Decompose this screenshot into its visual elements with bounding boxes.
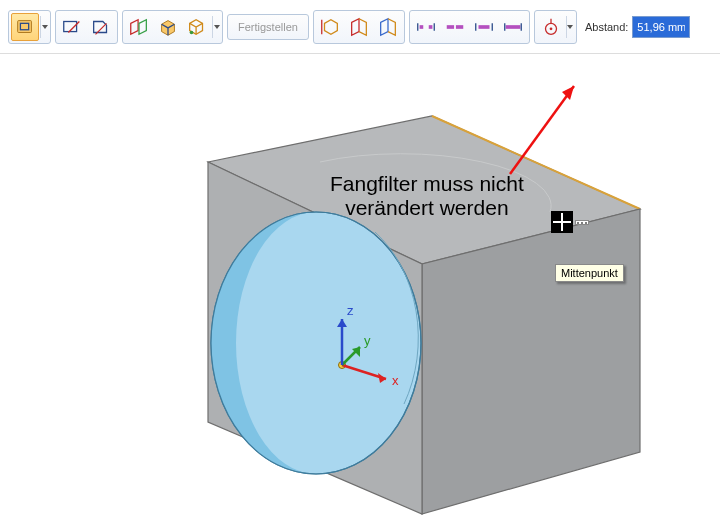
annotation-text: Fangfilter muss nicht verändert werden bbox=[330, 172, 524, 220]
group-active bbox=[8, 10, 51, 44]
svg-rect-5 bbox=[429, 25, 433, 29]
3d-viewport[interactable]: x y z Fangfilter muss nicht verändert we… bbox=[0, 54, 720, 532]
box-button[interactable] bbox=[154, 13, 182, 41]
axis-y-label: y bbox=[364, 333, 371, 348]
svg-point-11 bbox=[550, 27, 553, 30]
toolbar: Fertigstellen Abstand: bbox=[0, 0, 720, 54]
sketch-button[interactable] bbox=[58, 13, 86, 41]
svg-rect-7 bbox=[456, 25, 463, 29]
coincident-plane-flyout[interactable] bbox=[40, 16, 48, 38]
axis-face-button[interactable] bbox=[316, 13, 344, 41]
parallel-plane-button[interactable] bbox=[125, 13, 153, 41]
svg-rect-6 bbox=[447, 25, 454, 29]
plane-back-button[interactable] bbox=[374, 13, 402, 41]
multiface-button[interactable] bbox=[183, 13, 211, 41]
svg-point-3 bbox=[190, 30, 194, 34]
snap-flyout[interactable] bbox=[566, 16, 574, 38]
plane-face-button[interactable] bbox=[345, 13, 373, 41]
snap-tooltip: Mittenpunkt bbox=[555, 264, 624, 282]
group-extent bbox=[409, 10, 530, 44]
group-create bbox=[122, 10, 223, 44]
svg-rect-8 bbox=[478, 25, 489, 29]
coincident-plane-button[interactable] bbox=[11, 13, 39, 41]
svg-rect-0 bbox=[18, 20, 32, 32]
extent-a-button[interactable] bbox=[412, 13, 440, 41]
distance-label: Abstand: bbox=[585, 21, 628, 33]
axis-x-label: x bbox=[392, 373, 399, 388]
edit-plane-button[interactable] bbox=[87, 13, 115, 41]
axis-z-label: z bbox=[347, 303, 354, 318]
svg-rect-9 bbox=[506, 25, 521, 29]
svg-rect-4 bbox=[420, 25, 424, 29]
snap-cursor-icon bbox=[551, 211, 593, 233]
model-svg: x y z bbox=[0, 54, 720, 532]
extent-c-button[interactable] bbox=[470, 13, 498, 41]
extent-b-button[interactable] bbox=[441, 13, 469, 41]
group-sketch bbox=[55, 10, 118, 44]
finish-button[interactable]: Fertigstellen bbox=[227, 14, 309, 40]
group-faces bbox=[313, 10, 405, 44]
extent-d-button[interactable] bbox=[499, 13, 527, 41]
snap-center-button[interactable] bbox=[537, 13, 565, 41]
create-flyout[interactable] bbox=[212, 16, 220, 38]
distance-input[interactable] bbox=[632, 16, 690, 38]
group-snap bbox=[534, 10, 577, 44]
